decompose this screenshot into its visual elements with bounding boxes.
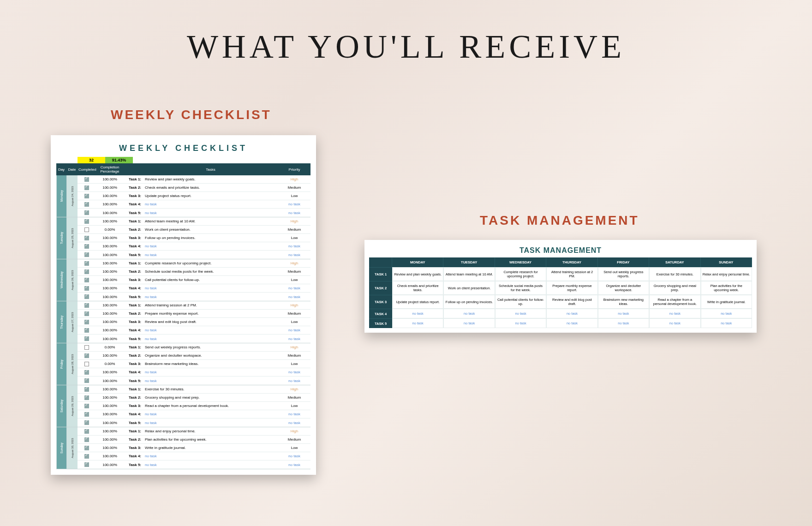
- priority: Medium: [278, 269, 310, 275]
- completion-pct: 100.00%: [96, 394, 124, 400]
- priority: Low: [278, 193, 310, 199]
- checkbox-icon[interactable]: [84, 454, 89, 459]
- priority: Low: [278, 361, 310, 367]
- weekly-table-body: MondayAugust 24, 2023100.00%Task 1:Revie…: [56, 175, 310, 469]
- task-label: Task 1:: [124, 302, 143, 308]
- checkbox-icon[interactable]: [84, 278, 89, 282]
- checkbox-icon[interactable]: [84, 252, 89, 257]
- weekly-day: FridayAugust 28, 20230.00%Task 1:Send ou…: [56, 343, 310, 385]
- checkbox-icon[interactable]: [84, 328, 89, 333]
- checkbox-icon[interactable]: [84, 236, 89, 240]
- table-row: 100.00%Task 5:no taskno task: [78, 293, 310, 301]
- completion-pct: 100.00%: [96, 453, 124, 459]
- task-text: no task: [143, 378, 278, 384]
- task-text: no task: [143, 420, 278, 426]
- task-text: no task: [143, 243, 278, 249]
- table-row: 100.00%Task 2:Check emails and prioritiz…: [78, 184, 310, 192]
- checkbox-icon[interactable]: [84, 362, 89, 366]
- task-label: Task 2:: [124, 394, 143, 400]
- completion-pct: 100.00%: [96, 210, 124, 216]
- table-row: 100.00%Task 4:no taskno task: [78, 284, 310, 293]
- table-row: 100.00%Task 3:Follow up on pending invoi…: [78, 234, 310, 242]
- checkbox-icon[interactable]: [84, 420, 89, 425]
- table-row: 100.00%Task 3:Read a chapter from a pers…: [78, 402, 310, 410]
- checkbox-icon[interactable]: [84, 194, 89, 198]
- priority: no task: [278, 252, 310, 258]
- col-date: Date: [66, 166, 78, 173]
- priority: High: [278, 428, 310, 434]
- col-day: Day: [56, 166, 66, 173]
- task-text: no task: [143, 201, 278, 207]
- checkbox-icon[interactable]: [84, 227, 89, 232]
- task-text: Plan activities for the upcoming week.: [143, 436, 278, 442]
- completion-pct: 100.00%: [96, 462, 124, 468]
- task-label: Task 3:: [124, 277, 143, 283]
- tm-day-header: SUNDAY: [701, 257, 752, 267]
- checkbox-icon[interactable]: [84, 429, 89, 434]
- tm-cell: no task: [649, 309, 700, 318]
- task-label: Task 2:: [124, 227, 143, 233]
- task-text: no task: [143, 327, 278, 333]
- checkbox-icon[interactable]: [84, 387, 89, 392]
- checkbox-icon[interactable]: [84, 446, 89, 450]
- task-label: Task 4:: [124, 201, 143, 207]
- completion-pct: 100.00%: [96, 302, 124, 308]
- task-text: no task: [143, 336, 278, 342]
- checkbox-icon[interactable]: [84, 370, 89, 375]
- completion-pct: 100.00%: [96, 185, 124, 191]
- completion-pct: 100.00%: [96, 193, 124, 199]
- day-date: August 27, 2023: [66, 301, 78, 343]
- checkbox-icon[interactable]: [84, 219, 89, 224]
- task-label: Task 3:: [124, 403, 143, 409]
- table-row: 100.00%Task 2:Grocery shopping and meal …: [78, 394, 310, 402]
- checkbox-icon[interactable]: [84, 202, 89, 207]
- tm-row-label: TASK 5: [369, 318, 392, 328]
- completion-pct: 100.00%: [96, 311, 124, 317]
- task-label: Task 1:: [124, 260, 143, 266]
- checkbox-icon[interactable]: [84, 378, 89, 383]
- table-row: 100.00%Task 5:no taskno task: [78, 335, 310, 343]
- task-label: Task 2:: [124, 436, 143, 442]
- checkbox-icon[interactable]: [84, 269, 89, 274]
- task-text: no task: [143, 453, 278, 459]
- task-text: Prepare monthly expense report.: [143, 311, 278, 317]
- checkbox-icon[interactable]: [84, 395, 89, 400]
- checkbox-icon[interactable]: [84, 244, 89, 249]
- checkbox-icon[interactable]: [84, 185, 89, 190]
- checkbox-icon[interactable]: [84, 286, 89, 291]
- checkbox-icon[interactable]: [84, 412, 89, 417]
- checkbox-icon[interactable]: [84, 210, 89, 215]
- tm-day-header: THURSDAY: [546, 257, 597, 267]
- checkbox-icon[interactable]: [84, 437, 89, 442]
- table-row: 100.00%Task 4:no taskno task: [78, 242, 310, 251]
- checkbox-icon[interactable]: [84, 177, 89, 182]
- checkbox-icon[interactable]: [84, 261, 89, 266]
- weekly-day: SaturdayAugust 29, 2023100.00%Task 1:Exe…: [56, 385, 310, 427]
- task-label: Task 4:: [124, 243, 143, 249]
- task-text: Attend team meeting at 10 AM.: [143, 218, 278, 224]
- priority: High: [278, 176, 310, 182]
- checkbox-icon[interactable]: [84, 311, 89, 316]
- day-date: August 24, 2023: [66, 175, 78, 217]
- task-text: no task: [143, 411, 278, 417]
- checkbox-icon[interactable]: [84, 404, 89, 408]
- table-row: 100.00%Task 5:no taskno task: [78, 418, 310, 427]
- checkbox-icon[interactable]: [84, 353, 89, 358]
- completion-pct: 0.00%: [96, 361, 124, 367]
- completion-pct: 100.00%: [96, 445, 124, 451]
- task-label: Task 3:: [124, 193, 143, 199]
- checkbox-icon[interactable]: [84, 336, 89, 341]
- tm-cell: Schedule social media posts for the week…: [495, 281, 546, 295]
- day-name: Friday: [56, 343, 66, 385]
- table-row: 100.00%Task 2:Prepare monthly expense re…: [78, 310, 310, 318]
- checkbox-icon[interactable]: [84, 320, 89, 324]
- task-label: Task 1:: [124, 176, 143, 182]
- priority: no task: [278, 243, 310, 249]
- completion-pct: 100.00%: [96, 269, 124, 275]
- checkbox-icon[interactable]: [84, 345, 89, 350]
- completion-pct: 100.00%: [96, 176, 124, 182]
- day-date: August 29, 2023: [66, 385, 78, 427]
- checkbox-icon[interactable]: [84, 462, 89, 467]
- checkbox-icon[interactable]: [84, 294, 89, 299]
- checkbox-icon[interactable]: [84, 303, 89, 308]
